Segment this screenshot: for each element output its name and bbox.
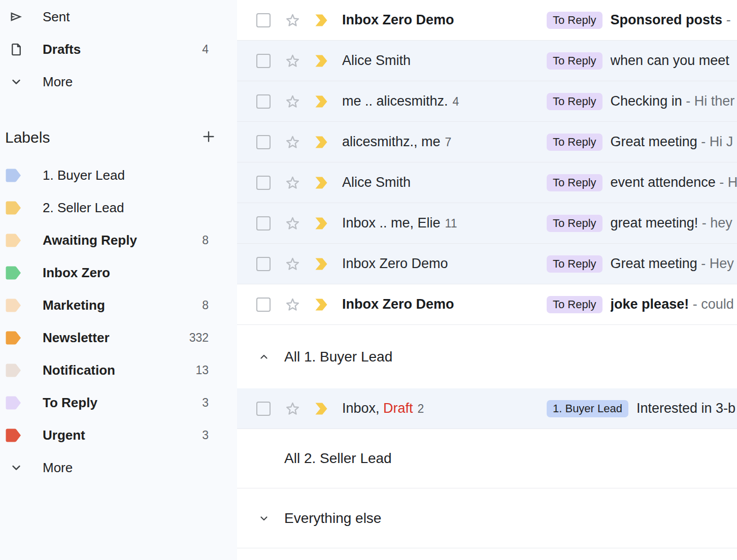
label-badge[interactable]: To Reply bbox=[547, 174, 602, 191]
subject: Great meeting bbox=[611, 134, 697, 149]
sidebar-item-sent[interactable]: Sent bbox=[0, 1, 237, 33]
subject-snippet: Great meeting - Hi J bbox=[611, 134, 737, 150]
select-checkbox[interactable] bbox=[256, 402, 271, 416]
importance-marker-icon[interactable] bbox=[315, 95, 329, 108]
sidebar-label-notification[interactable]: Notification13 bbox=[0, 354, 237, 386]
label-badge[interactable]: To Reply bbox=[547, 93, 602, 110]
star-icon[interactable] bbox=[284, 93, 301, 110]
label-tag-icon bbox=[5, 363, 22, 378]
create-label-button[interactable] bbox=[200, 129, 217, 146]
thread-count: 2 bbox=[418, 402, 424, 416]
star-icon[interactable] bbox=[284, 296, 301, 313]
importance-marker-icon[interactable] bbox=[315, 402, 329, 415]
chevron-up-icon[interactable] bbox=[258, 350, 270, 364]
thread-count: 4 bbox=[453, 95, 459, 109]
labels-heading: Labels bbox=[5, 129, 200, 146]
subject-snippet: Great meeting - Hey bbox=[611, 256, 737, 272]
importance-marker-icon[interactable] bbox=[315, 54, 329, 68]
email-row[interactable]: Inbox Zero DemoTo Replyjoke please! - co… bbox=[237, 284, 737, 325]
subject-snippet: Checking in - Hi ther bbox=[611, 93, 737, 109]
sidebar-item-more[interactable]: More bbox=[0, 65, 237, 98]
label-badge[interactable]: To Reply bbox=[547, 134, 602, 151]
subject-snippet: event attendence - H bbox=[611, 175, 737, 190]
sidebar-label-marketing[interactable]: Marketing8 bbox=[0, 289, 237, 321]
select-checkbox[interactable] bbox=[256, 216, 271, 230]
sidebar-label-1-buyer-lead[interactable]: 1. Buyer Lead bbox=[0, 159, 237, 191]
document-icon bbox=[6, 41, 26, 58]
importance-marker-icon[interactable] bbox=[315, 14, 329, 27]
label-tag-icon bbox=[5, 396, 22, 410]
email-row[interactable]: Alice SmithTo Replywhen can you meet bbox=[237, 41, 737, 81]
sidebar-nav: SentDrafts4More bbox=[0, 1, 237, 98]
chevron-down-icon[interactable] bbox=[258, 511, 270, 525]
sidebar-item-more-labels[interactable]: More bbox=[0, 451, 237, 484]
label-tag-icon bbox=[5, 298, 22, 313]
section-header-everything-else: Everything else bbox=[237, 488, 737, 548]
thread-count: 7 bbox=[445, 136, 452, 149]
snippet: Hey bbox=[710, 256, 734, 271]
sender: Inbox .. me, Elie11 bbox=[342, 215, 532, 231]
star-icon[interactable] bbox=[284, 134, 301, 150]
chevron-down-icon bbox=[6, 460, 26, 475]
section-title: All 1. Buyer Lead bbox=[284, 349, 392, 365]
star-icon[interactable] bbox=[284, 12, 301, 28]
sidebar-label-inbox-zero[interactable]: Inbox Zero bbox=[0, 256, 237, 289]
sidebar-label-awaiting-reply[interactable]: Awaiting Reply8 bbox=[0, 224, 237, 256]
select-checkbox[interactable] bbox=[256, 94, 271, 109]
email-row[interactable]: alicesmithz., me7To ReplyGreat meeting -… bbox=[237, 122, 737, 162]
select-checkbox[interactable] bbox=[256, 298, 271, 312]
label-badge[interactable]: 1. Buyer Lead bbox=[547, 400, 628, 417]
subject: Great meeting bbox=[611, 256, 697, 271]
sender: Alice Smith bbox=[342, 175, 532, 190]
star-icon[interactable] bbox=[284, 174, 301, 191]
importance-marker-icon[interactable] bbox=[315, 257, 329, 271]
email-row[interactable]: Inbox, Draft21. Buyer LeadInterested in … bbox=[237, 388, 737, 429]
label-badge[interactable]: To Reply bbox=[547, 255, 602, 273]
subject-snippet: Sponsored posts - bbox=[611, 12, 737, 28]
to-reply-rows: Inbox Zero DemoTo ReplySponsored posts -… bbox=[237, 0, 737, 325]
label-badge[interactable]: To Reply bbox=[547, 296, 602, 313]
unread-count: 8 bbox=[202, 234, 209, 247]
sidebar: SentDrafts4More Labels 1. Buyer Lead2. S… bbox=[0, 0, 237, 560]
labels-header: Labels bbox=[0, 126, 237, 149]
label-name: 1. Buyer Lead bbox=[43, 168, 209, 183]
importance-marker-icon[interactable] bbox=[315, 136, 329, 149]
importance-marker-icon[interactable] bbox=[315, 217, 329, 230]
select-checkbox[interactable] bbox=[256, 257, 271, 271]
sidebar-label-2-seller-lead[interactable]: 2. Seller Lead bbox=[0, 191, 237, 224]
sidebar-item-label: More bbox=[43, 460, 209, 476]
label-badge[interactable]: To Reply bbox=[547, 215, 602, 232]
label-name: Newsletter bbox=[43, 330, 189, 346]
label-name: Marketing bbox=[43, 298, 202, 313]
label-name: Awaiting Reply bbox=[43, 233, 202, 248]
email-row[interactable]: Alice SmithTo Replyevent attendence - H bbox=[237, 162, 737, 203]
importance-marker-icon[interactable] bbox=[315, 298, 329, 311]
label-badge[interactable]: To Reply bbox=[547, 52, 602, 70]
select-checkbox[interactable] bbox=[256, 13, 271, 27]
select-checkbox[interactable] bbox=[256, 176, 271, 190]
sidebar-item-label: More bbox=[43, 74, 209, 90]
star-icon[interactable] bbox=[284, 400, 301, 417]
email-row[interactable]: Inbox .. me, Elie11To Replygreat meeting… bbox=[237, 203, 737, 244]
subject-snippet: great meeting! - hey bbox=[611, 215, 737, 231]
label-badge[interactable]: To Reply bbox=[547, 12, 602, 29]
importance-marker-icon[interactable] bbox=[315, 176, 329, 189]
sidebar-item-drafts[interactable]: Drafts4 bbox=[0, 33, 237, 65]
sidebar-label-urgent[interactable]: Urgent3 bbox=[0, 419, 237, 451]
select-checkbox[interactable] bbox=[256, 54, 271, 68]
star-icon[interactable] bbox=[284, 52, 301, 69]
label-name: To Reply bbox=[43, 395, 202, 411]
star-icon[interactable] bbox=[284, 215, 301, 232]
select-checkbox[interactable] bbox=[256, 135, 271, 149]
email-row[interactable]: Inbox Zero DemoTo ReplyGreat meeting - H… bbox=[237, 244, 737, 284]
unread-count: 4 bbox=[202, 43, 209, 56]
label-tag-icon bbox=[5, 168, 22, 183]
label-tag-icon bbox=[5, 266, 22, 280]
star-icon[interactable] bbox=[284, 255, 301, 272]
sidebar-label-newsletter[interactable]: Newsletter332 bbox=[0, 321, 237, 354]
email-row[interactable]: me .. alicesmithz.4To ReplyChecking in -… bbox=[237, 81, 737, 122]
label-tag-icon bbox=[5, 331, 22, 345]
email-row[interactable]: Inbox Zero DemoTo ReplySponsored posts - bbox=[237, 0, 737, 41]
label-name: 2. Seller Lead bbox=[43, 200, 209, 216]
sidebar-label-to-reply[interactable]: To Reply3 bbox=[0, 386, 237, 419]
